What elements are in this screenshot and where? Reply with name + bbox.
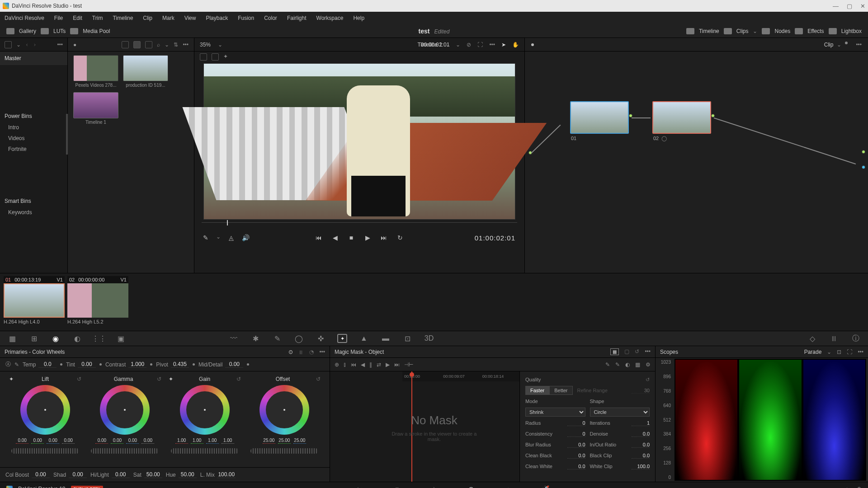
timeline-chevron-icon[interactable]: ⌄ (446, 42, 450, 48)
media-page-icon[interactable]: ▭ (318, 485, 328, 488)
edit-page-icon[interactable]: ≡ (392, 485, 402, 488)
powerbin-fortnite[interactable]: Fortnite (0, 144, 67, 155)
colboost-value[interactable]: 0.00 (32, 471, 50, 478)
tracker-icon[interactable]: ✜ (316, 334, 326, 343)
scopes-toggle-icon[interactable]: ⫼ (829, 334, 839, 343)
fusion-page-icon[interactable]: ✦ (429, 485, 439, 488)
offset-master-dial[interactable] (250, 448, 318, 454)
sizing-icon[interactable]: ⊡ (402, 334, 412, 343)
nav-fwd-icon[interactable]: › (33, 42, 36, 48)
keyframe-icon[interactable]: ◇ (807, 334, 817, 343)
invert-icon[interactable]: ◐ (625, 361, 630, 368)
menu-fusion[interactable]: Fusion (238, 15, 254, 21)
luts-button[interactable]: LUTs (53, 28, 66, 34)
offset-reset-icon[interactable]: ↺ (316, 376, 321, 382)
paint-add-icon[interactable]: ✎ (605, 361, 610, 368)
viewer-menu-icon[interactable]: ••• (489, 42, 495, 48)
split-icon[interactable] (212, 53, 219, 61)
wand-icon[interactable]: ✦ (223, 53, 228, 61)
lift-reset-icon[interactable]: ↺ (77, 376, 81, 382)
timeline-name[interactable]: Timeline 1 (418, 42, 443, 48)
gain-wheel[interactable] (180, 385, 230, 435)
media-pool-button[interactable]: Media Pool (83, 28, 110, 34)
thumb-view-icon[interactable] (122, 41, 129, 48)
menu-color[interactable]: Color (264, 15, 277, 21)
color-checker-icon[interactable]: ⊞ (29, 334, 39, 343)
shad-value[interactable]: 0.00 (69, 471, 87, 478)
quality-better-button[interactable]: Better (549, 386, 572, 395)
tint-value[interactable]: 0.00 (78, 361, 96, 368)
play-button[interactable]: ▶ (363, 234, 372, 242)
hdr-wheels-icon[interactable]: ◐ (72, 334, 82, 343)
blackclip-value[interactable]: 0.0 (632, 453, 650, 459)
pointer-icon[interactable]: ➤ (501, 42, 506, 48)
qualifier-picker-icon[interactable]: ✎ (202, 234, 210, 242)
powerbin-intro[interactable]: Intro (0, 122, 67, 133)
scope-menu-icon[interactable]: ••• (858, 349, 863, 355)
node-canvas[interactable]: 01 02◯ (525, 52, 868, 273)
inout-value[interactable]: 0.0 (632, 442, 650, 448)
menu-trim[interactable]: Trim (92, 15, 103, 21)
scope-expand-icon[interactable]: ⛶ (847, 349, 852, 355)
bypass-icon[interactable]: ⊘ (467, 42, 471, 48)
cut-page-icon[interactable]: ✂ (355, 485, 365, 488)
color-page-icon[interactable]: ◉ (466, 485, 476, 488)
expand-icon[interactable]: ⛶ (477, 42, 483, 48)
track-rev-icon[interactable]: ◀ (361, 361, 365, 368)
project-settings-icon[interactable]: ⚙ (857, 486, 862, 488)
home-icon[interactable]: ⌂ (845, 486, 849, 488)
info-icon[interactable]: ⓘ (851, 334, 861, 343)
camera-raw-icon[interactable]: ▦ (7, 334, 17, 343)
search-chevron-icon[interactable]: ⌄ (165, 42, 169, 48)
first-frame-button[interactable]: ⏮ (315, 234, 323, 242)
clip-thumb-02[interactable]: 0200:00:00:00V1 H.264 High L5.2 (67, 276, 128, 324)
effects-button[interactable]: Effects (807, 28, 824, 34)
consistency-value[interactable]: 0 (567, 431, 585, 437)
lift-yonly-icon[interactable]: ✦ (9, 376, 14, 382)
gamma-master-dial[interactable] (91, 448, 159, 454)
menu-fairlight[interactable]: Fairlight (287, 15, 307, 21)
magic-mask-icon[interactable]: ✦ (337, 334, 347, 343)
sort-icon[interactable]: ⇅ (174, 42, 178, 48)
rgb-mixer-icon[interactable]: ⋮⋮ (94, 334, 104, 343)
gain-yonly-icon[interactable]: ✦ (169, 376, 173, 382)
sat-value[interactable]: 50.00 (144, 471, 162, 478)
graph-output-icon[interactable] (862, 150, 865, 154)
smartbin-keywords[interactable]: Keywords (0, 207, 67, 218)
track-first-icon[interactable]: ⏮ (351, 361, 356, 368)
bin-view-icon[interactable] (5, 41, 12, 48)
track-fwd-icon[interactable]: ▶ (386, 361, 390, 368)
gamma-wheel[interactable] (100, 385, 150, 435)
menu-davinci[interactable]: DaVinci Resolve (5, 15, 44, 21)
stroke-options-icon[interactable]: ⫿ (344, 361, 346, 368)
lightbox-button[interactable]: Lightbox (841, 28, 862, 34)
key-icon[interactable]: ▬ (381, 334, 391, 343)
zoom-level[interactable]: 35% (200, 42, 211, 48)
media-clip[interactable]: production ID 519... (123, 55, 168, 88)
viewer-scrubber[interactable] (202, 222, 517, 227)
menu-clip[interactable]: Clip (143, 15, 152, 21)
gamma-reset-icon[interactable]: ↺ (157, 376, 161, 382)
menu-timeline[interactable]: Timeline (113, 15, 133, 21)
menu-help[interactable]: Help (353, 15, 364, 21)
gain-master-dial[interactable] (171, 448, 239, 454)
bars-mode-icon[interactable]: ⫼ (298, 349, 304, 355)
prev-frame-button[interactable]: ◀ (331, 234, 339, 242)
denoise-value[interactable]: 0.0 (632, 431, 650, 437)
graph-alpha-output-icon[interactable] (862, 165, 865, 169)
track-bidir-icon[interactable]: ⇄ (377, 361, 381, 368)
gallery-button[interactable]: Gallery (19, 28, 36, 34)
3d-icon[interactable]: 3D (424, 334, 434, 343)
smart-bins-header[interactable]: Smart Bins (0, 195, 67, 207)
overlay-toggle-icon[interactable]: ▦ (635, 361, 640, 368)
menu-playback[interactable]: Playback (206, 15, 228, 21)
last-frame-button[interactable]: ⏭ (380, 234, 388, 242)
mask-mode2-icon[interactable]: ▢ (624, 348, 629, 355)
pivot-value[interactable]: 0.435 (171, 361, 189, 368)
mask-reset-icon[interactable]: ↺ (635, 348, 639, 355)
temp-value[interactable]: 0.0 (38, 361, 57, 368)
track-range-icon[interactable]: ⊣⊢ (404, 361, 413, 368)
hand-icon[interactable]: ✋ (512, 42, 519, 48)
deliver-page-icon[interactable]: 🚀 (540, 485, 550, 488)
close-button[interactable]: ✕ (860, 3, 865, 9)
